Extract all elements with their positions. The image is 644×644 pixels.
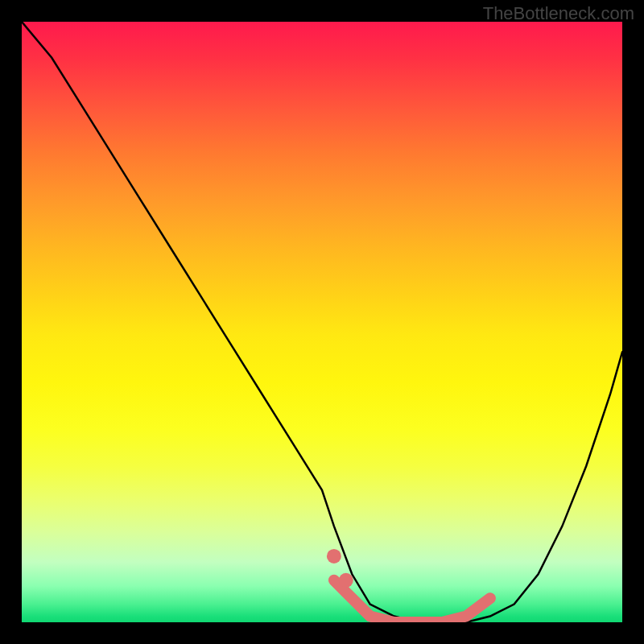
chart-svg: [22, 22, 622, 622]
highlight-dot: [327, 549, 341, 564]
chart-plot-area: [22, 22, 622, 622]
optimal-zone-highlight: [327, 549, 490, 622]
highlight-dot: [339, 573, 353, 588]
bottleneck-curve-line: [22, 22, 622, 622]
watermark-text: TheBottleneck.com: [483, 3, 634, 24]
highlight-stroke: [334, 580, 490, 622]
